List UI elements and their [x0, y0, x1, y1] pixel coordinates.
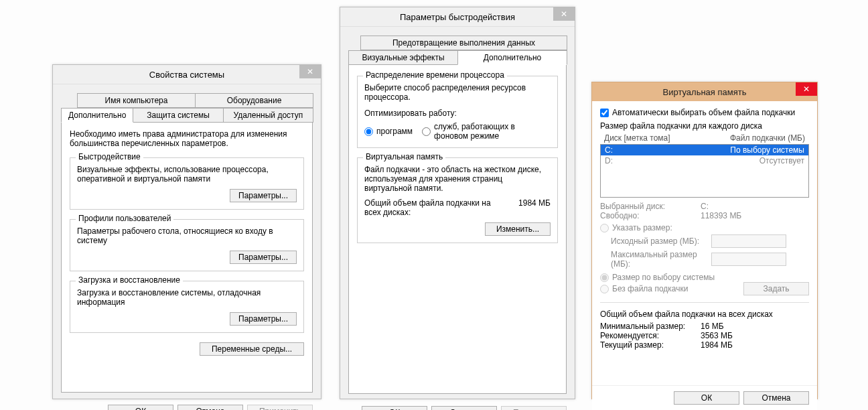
radio-programs[interactable]: программ — [364, 127, 413, 136]
tab-advanced2[interactable]: Дополнительно — [457, 50, 567, 65]
free-space-label: Свободно: — [600, 211, 701, 220]
close-icon[interactable]: ✕ — [553, 7, 575, 21]
radio-services[interactable]: служб, работающих в фоновом режиме — [422, 122, 551, 141]
group-desc: Визуальные эффекты, использование процес… — [77, 165, 297, 184]
drive-value: По выбору системы — [704, 145, 804, 155]
window-title: Параметры быстродействия — [400, 12, 515, 22]
list-item[interactable]: C: По выбору системы — [601, 145, 808, 155]
auto-manage-checkbox[interactable]: Автоматически выбирать объем файла подка… — [600, 108, 809, 117]
apply-button[interactable]: Применить — [501, 406, 567, 410]
radio-label: служб, работающих в фоновом режиме — [434, 122, 551, 141]
min-label: Минимальный размер: — [600, 322, 701, 331]
window-title: Виртуальная память — [663, 87, 747, 97]
intro-text: Необходимо иметь права администратора дл… — [70, 129, 304, 148]
tab-remote[interactable]: Удаленный доступ — [223, 108, 313, 123]
virtual-memory-group: Виртуальная память Файл подкачки - это о… — [357, 157, 558, 243]
rec-value: 3563 МБ — [701, 331, 733, 340]
performance-settings-button[interactable]: Параметры... — [230, 189, 297, 202]
group-desc: Файл подкачки - это область на жестком д… — [364, 165, 551, 193]
apply-button[interactable]: Применить — [247, 405, 313, 410]
radio-label: программ — [376, 127, 413, 136]
summary-header: Общий объем файла подкачки на всех диска… — [600, 310, 809, 319]
env-vars-button[interactable]: Переменные среды... — [200, 342, 304, 356]
ok-button[interactable]: ОК — [674, 391, 739, 405]
performance-group: Быстродействие Визуальные эффекты, испол… — [70, 157, 304, 210]
set-button: Задать — [743, 282, 809, 295]
group-desc: Выберите способ распределения ресурсов п… — [364, 83, 551, 102]
startup-settings-button[interactable]: Параметры... — [230, 312, 297, 326]
rec-label: Рекомендуется: — [600, 331, 701, 340]
ok-button[interactable]: ОК — [362, 406, 427, 410]
drive-letter: C: — [605, 145, 704, 155]
group-legend: Загрузка и восстановление — [76, 275, 183, 285]
tab-advanced[interactable]: Дополнительно — [61, 108, 133, 123]
radio-no-paging: Без файла подкачки — [600, 284, 688, 293]
max-size-label: Максимальный размер (МБ): — [611, 250, 711, 269]
cancel-button[interactable]: Отмена — [177, 405, 243, 410]
tab-system-protection[interactable]: Защита системы — [133, 108, 223, 123]
selected-drive-label: Выбранный диск: — [600, 202, 701, 211]
titlebar[interactable]: Параметры быстродействия ✕ — [340, 7, 575, 27]
cur-value: 1984 МБ — [701, 340, 733, 350]
window-title: Свойства системы — [149, 70, 224, 80]
total-label: Общий объем файла подкачки на всех диска… — [364, 198, 498, 217]
col-drive: Диск [метка тома] — [604, 133, 705, 143]
radio-system-managed: Размер по выбору системы — [600, 273, 809, 282]
initial-size-input — [711, 234, 786, 248]
min-value: 16 МБ — [701, 322, 724, 331]
close-icon[interactable]: ✕ — [796, 82, 817, 96]
group-legend: Профили пользователей — [76, 214, 173, 223]
titlebar[interactable]: Виртуальная память ✕ — [592, 82, 817, 101]
startup-recovery-group: Загрузка и восстановление Загрузка и вос… — [70, 281, 304, 333]
profiles-settings-button[interactable]: Параметры... — [230, 251, 297, 264]
change-button[interactable]: Изменить... — [485, 222, 551, 236]
total-value: 1984 МБ — [518, 198, 551, 217]
close-icon[interactable]: ✕ — [299, 65, 321, 78]
titlebar[interactable]: Свойства системы ✕ — [53, 65, 321, 84]
drive-value: Отсутствует — [704, 156, 804, 165]
cancel-button[interactable]: Отмена — [431, 406, 497, 410]
list-item[interactable]: D: Отсутствует — [601, 155, 808, 166]
tab-content: Распределение времени процессора Выберит… — [348, 64, 567, 394]
cur-label: Текущий размер: — [600, 340, 701, 350]
group-desc: Параметры рабочего стола, относящиеся ко… — [77, 226, 297, 245]
virtual-memory-window: Виртуальная память ✕ Автоматически выбир… — [591, 82, 818, 399]
checkbox-label: Автоматически выбирать объем файла подка… — [612, 108, 795, 117]
optimize-label: Оптимизировать работу: — [364, 109, 551, 118]
tab-hardware[interactable]: Оборудование — [195, 93, 313, 108]
tab-visual-effects[interactable]: Визуальные эффекты — [348, 50, 458, 65]
group-legend: Быстродействие — [76, 152, 143, 161]
drive-listbox[interactable]: C: По выбору системы D: Отсутствует — [600, 144, 809, 198]
performance-options-window: Параметры быстродействия ✕ Предотвращени… — [340, 7, 575, 399]
group-desc: Загрузка и восстановление системы, отлад… — [77, 288, 297, 307]
tab-dep[interactable]: Предотвращение выполнения данных — [360, 36, 567, 50]
cancel-button[interactable]: Отмена — [743, 391, 809, 405]
radio-custom-size: Указать размер: — [600, 223, 809, 232]
user-profiles-group: Профили пользователей Параметры рабочего… — [70, 219, 304, 271]
group-legend: Виртуальная память — [363, 152, 445, 161]
processor-scheduling-group: Распределение времени процессора Выберит… — [357, 76, 558, 148]
radio-label: Указать размер: — [612, 223, 672, 232]
col-pagefile: Файл подкачки (МБ) — [705, 133, 805, 143]
tab-content: Необходимо иметь права администратора дл… — [61, 122, 313, 393]
free-space-value: 118393 МБ — [701, 211, 741, 220]
initial-size-label: Исходный размер (МБ): — [611, 236, 711, 246]
group-legend: Распределение времени процессора — [363, 70, 507, 80]
radio-label: Без файла подкачки — [612, 284, 688, 293]
drive-letter: D: — [605, 156, 704, 165]
section-header: Размер файла подкачки для каждого диска — [600, 121, 809, 131]
radio-label: Размер по выбору системы — [612, 273, 715, 282]
tab-computer-name[interactable]: Имя компьютера — [77, 93, 196, 108]
system-properties-window: Свойства системы ✕ Имя компьютера Оборуд… — [52, 64, 321, 399]
selected-drive-value: C: — [701, 202, 709, 211]
max-size-input — [711, 253, 786, 266]
ok-button[interactable]: ОК — [108, 405, 173, 410]
